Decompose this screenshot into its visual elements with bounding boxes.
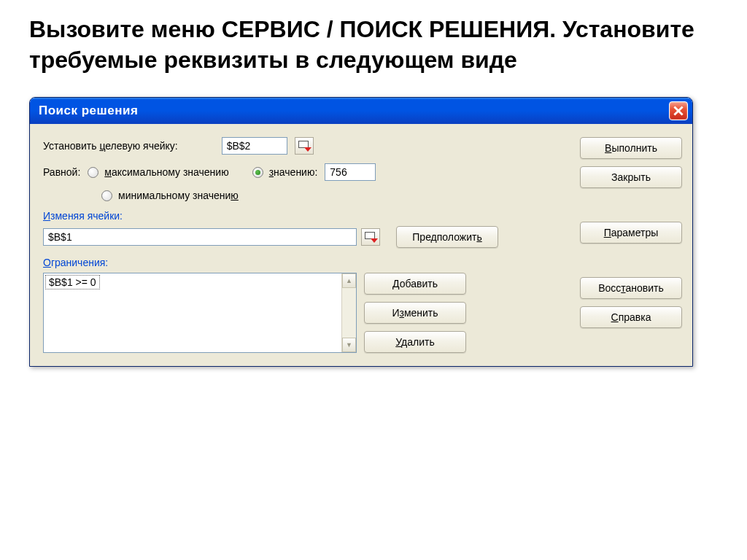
close-button[interactable] [669, 101, 688, 120]
changing-cells-input[interactable] [43, 228, 357, 246]
constraint-item[interactable]: $B$1 >= 0 [45, 275, 100, 289]
titlebar: Поиск решения [30, 98, 692, 124]
target-cell-label: Установить целевую ячейку: [43, 140, 178, 152]
close-icon [673, 106, 684, 116]
change-button[interactable]: Изменить [364, 302, 466, 324]
radio-value-circle [252, 167, 263, 178]
parameters-button[interactable]: Параметры [580, 222, 682, 244]
dialog-title: Поиск решения [39, 104, 138, 118]
constraints-label: Ограничения: [43, 257, 570, 268]
listbox-scrollbar[interactable]: ▲ ▼ [341, 273, 356, 352]
constraint-buttons: Добавить Изменить Удалить [364, 273, 466, 353]
add-button[interactable]: Добавить [364, 273, 466, 295]
execute-button[interactable]: Выполнить [580, 137, 682, 159]
solver-dialog: Поиск решения Установить целевую ячейку:… [29, 97, 693, 367]
refedit-icon [365, 232, 376, 242]
changing-refedit-button[interactable] [361, 228, 380, 246]
left-column: Установить целевую ячейку: Равной: макси… [43, 137, 570, 353]
constraints-area: $B$1 >= 0 ▲ ▼ Добавить Изменить Удалить [43, 273, 570, 353]
radio-min-circle [101, 190, 112, 201]
instruction-text: Вызовите меню СЕРВИС / ПОИСК РЕШЕНИЯ. Ус… [29, 15, 718, 75]
changing-row: Предположить [43, 226, 570, 248]
radio-max-label: максимальному значению [104, 166, 228, 178]
radio-min[interactable]: минимальному значению [101, 190, 239, 201]
right-column: Выполнить Закрыть Параметры Восстановить… [580, 137, 682, 353]
radio-max[interactable]: максимальному значению [88, 166, 228, 178]
min-row: минимальному значению [101, 190, 570, 201]
radio-max-circle [88, 167, 98, 178]
value-input[interactable] [325, 163, 376, 181]
restore-button[interactable]: Восстановить [580, 277, 682, 299]
delete-button[interactable]: Удалить [364, 331, 466, 353]
dialog-body: Установить целевую ячейку: Равной: макси… [30, 124, 692, 366]
help-button[interactable]: Справка [580, 306, 682, 328]
radio-value[interactable]: значению: [252, 166, 318, 178]
close-dialog-button[interactable]: Закрыть [580, 166, 682, 188]
target-row: Установить целевую ячейку: [43, 137, 570, 155]
equal-row: Равной: максимальному значению значению: [43, 163, 570, 181]
target-refedit-button[interactable] [295, 137, 314, 155]
changing-cells-label: Изменяя ячейки: [43, 210, 570, 222]
target-cell-input[interactable] [222, 137, 287, 155]
scroll-up-icon[interactable]: ▲ [342, 273, 356, 288]
scroll-down-icon[interactable]: ▼ [342, 338, 356, 352]
constraints-listbox[interactable]: $B$1 >= 0 ▲ ▼ [43, 273, 357, 353]
suggest-button[interactable]: Предположить [396, 226, 498, 248]
radio-value-label: значению: [269, 166, 318, 178]
equal-label: Равной: [43, 166, 80, 178]
refedit-icon [298, 141, 310, 151]
radio-min-label: минимальному значению [118, 190, 239, 201]
